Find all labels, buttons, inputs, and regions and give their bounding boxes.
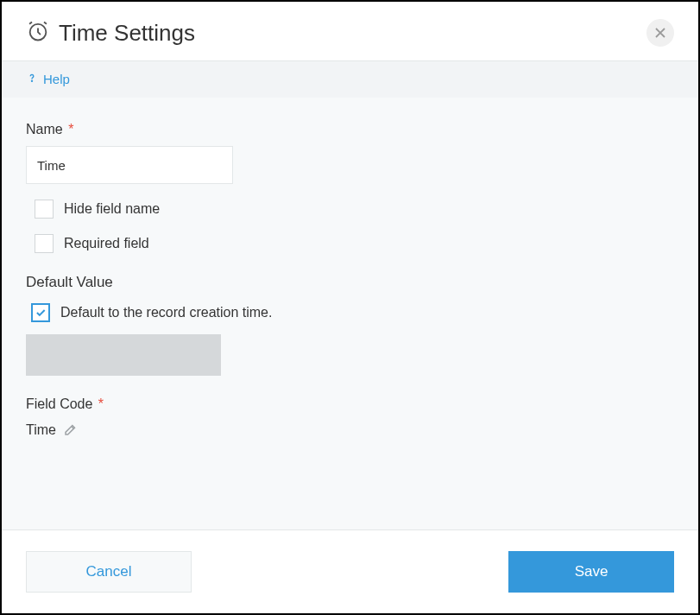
modal-footer: Cancel Save [2,529,698,613]
field-code-label: Field Code * [26,396,674,412]
hide-field-row: Hide field name [35,200,674,219]
required-field-label: Required field [64,236,149,251]
required-field-checkbox[interactable] [35,234,54,253]
save-button[interactable]: Save [508,551,674,593]
field-code-row: Time [26,421,674,440]
clock-icon [26,19,50,47]
modal-title: Time Settings [59,20,195,47]
field-code-label-text: Field Code [26,396,92,411]
help-bar: Help [2,60,698,98]
default-creation-label: Default to the record creation time. [60,305,272,320]
name-group: Name * Hide field name Required field [26,122,674,253]
required-asterisk: * [68,122,73,136]
default-value-input-disabled [26,334,221,376]
check-icon [35,307,47,319]
close-button[interactable] [646,19,674,47]
required-field-row: Required field [35,234,674,253]
default-checkbox-row: Default to the record creation time. [31,303,674,322]
svg-point-1 [32,80,33,81]
required-asterisk: * [98,396,104,411]
cancel-button[interactable]: Cancel [26,551,192,593]
help-label: Help [43,72,70,86]
close-icon [655,24,665,42]
name-label-text: Name [26,122,63,136]
modal-body: Name * Hide field name Required field De… [2,98,698,529]
header-left: Time Settings [26,19,195,47]
help-link[interactable]: Help [26,72,70,86]
name-input[interactable] [26,146,233,184]
hide-field-label: Hide field name [64,201,160,217]
modal-header: Time Settings [2,2,698,60]
help-icon [26,72,38,86]
edit-field-code-button[interactable] [63,421,82,440]
default-creation-checkbox[interactable] [31,303,50,322]
name-label: Name * [26,122,674,137]
default-value-label: Default Value [26,274,674,291]
field-code-group: Field Code * Time [26,396,674,440]
default-value-group: Default Value Default to the record crea… [26,274,674,376]
pencil-icon [63,422,79,440]
field-code-value: Time [26,422,56,438]
time-settings-modal: Time Settings Help Name * [0,0,700,615]
hide-field-checkbox[interactable] [35,200,54,219]
